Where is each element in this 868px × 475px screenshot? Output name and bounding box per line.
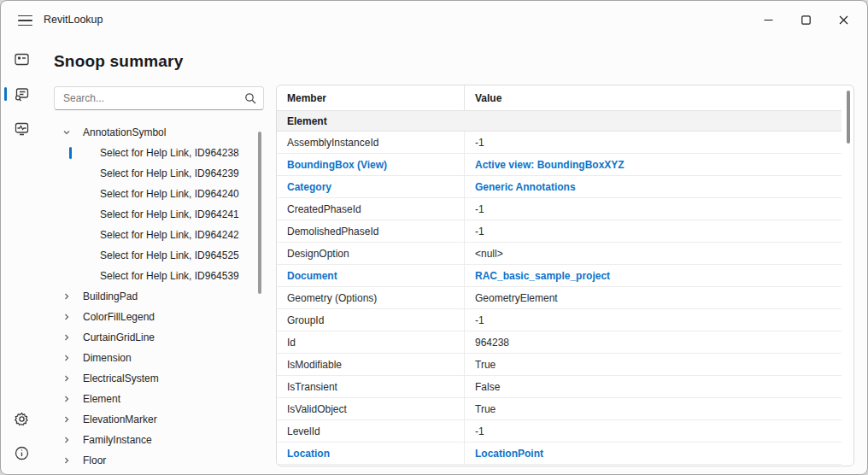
table-row[interactable]: CreatedPhaseId -1 (277, 198, 842, 220)
member-cell: Id (277, 331, 465, 353)
tree-item[interactable]: Select for Help Link, ID964240 (54, 184, 264, 204)
table-row[interactable]: IsTransient False (277, 376, 842, 398)
group-header[interactable]: Element (277, 111, 842, 132)
tree-item[interactable]: Select for Help Link, ID964242 (54, 225, 264, 245)
value-cell: True (465, 354, 842, 375)
chevron-right-icon[interactable] (62, 292, 73, 301)
member-cell: DesignOption (277, 243, 465, 264)
member-cell[interactable]: Document (277, 265, 465, 286)
table-row[interactable]: Location LocationPoint (277, 443, 842, 465)
member-column-header[interactable]: Member (277, 85, 465, 110)
value-cell: -1 (465, 309, 842, 331)
table-row[interactable]: IsValidObject True (277, 398, 842, 420)
close-icon (839, 15, 848, 25)
value-cell: GeometryElement (465, 287, 842, 308)
tree-item[interactable]: Select for Help Link, ID964241 (54, 204, 264, 225)
member-cell: IsValidObject (277, 398, 465, 419)
value-cell: <null> (465, 243, 842, 264)
nav-item-event-monitor[interactable] (1, 111, 42, 145)
chevron-right-icon[interactable] (62, 415, 73, 424)
tree-item[interactable]: FamilyInstance (54, 430, 264, 450)
nav-item-about[interactable] (1, 436, 42, 470)
hamburger-menu-button[interactable] (12, 8, 38, 33)
member-cell: GroupId (277, 309, 465, 331)
member-cell[interactable]: Category (277, 176, 465, 197)
table-row[interactable]: AssemblyInstanceId -1 (277, 132, 842, 154)
value-cell: 964238 (465, 331, 842, 353)
table-row[interactable]: Category Generic Annotations (277, 176, 842, 198)
nav-item-dashboard[interactable] (1, 42, 42, 76)
value-cell: -1 (465, 420, 842, 442)
caption-buttons (749, 1, 862, 38)
nav-item-snoop-summary[interactable] (1, 77, 42, 111)
value-cell: -1 (465, 220, 842, 242)
value-cell[interactable]: Active view: BoundingBoxXYZ (465, 154, 842, 175)
table-row[interactable]: LevelId -1 (277, 420, 842, 443)
nav-rail (1, 38, 42, 474)
value-cell: -1 (465, 198, 842, 220)
active-nav-indicator (4, 87, 7, 101)
tree-item-selected[interactable]: Select for Help Link, ID964238 (54, 143, 264, 163)
value-cell[interactable]: Generic Annotations (465, 176, 842, 197)
nav-item-settings[interactable] (1, 402, 42, 436)
chevron-right-icon[interactable] (62, 333, 73, 342)
tree-item[interactable]: Floor (54, 450, 264, 471)
dashboard-icon (14, 51, 30, 67)
left-panel: AnnotationSymbol Select for Help Link, I… (54, 86, 264, 474)
search-box (54, 86, 264, 110)
value-column-header[interactable]: Value (465, 85, 842, 110)
app-window: RevitLookup (0, 0, 868, 475)
member-cell[interactable]: Location (277, 443, 465, 464)
tree-item[interactable]: Dimension (54, 348, 264, 368)
table-row[interactable]: Id 964238 (277, 331, 842, 354)
chevron-right-icon[interactable] (62, 354, 73, 362)
member-cell: CreatedPhaseId (277, 198, 465, 220)
members-table: Member Value Element AssemblyInstanceId … (276, 85, 854, 466)
chevron-right-icon[interactable] (62, 313, 73, 321)
tree-item[interactable]: Element (54, 389, 264, 409)
tree-item[interactable]: ColorFillLegend (54, 307, 264, 327)
table-row[interactable]: Document RAC_basic_sample_project (277, 265, 842, 287)
value-cell[interactable]: LocationPoint (465, 443, 842, 464)
member-cell: DemolishedPhaseId (277, 220, 465, 242)
maximize-button[interactable] (787, 6, 824, 33)
snoop-tree: AnnotationSymbol Select for Help Link, I… (54, 122, 264, 474)
search-input[interactable] (63, 92, 244, 104)
table-row[interactable]: DesignOption <null> (277, 243, 842, 265)
chevron-right-icon[interactable] (62, 395, 73, 403)
tree-scrollbar-thumb[interactable] (258, 132, 261, 294)
chevron-right-icon[interactable] (62, 436, 73, 444)
value-cell: False (465, 376, 842, 397)
table-row[interactable]: GroupId -1 (277, 309, 842, 331)
member-cell: AssemblyInstanceId (277, 132, 465, 153)
table-row[interactable]: IsModifiable True (277, 354, 842, 376)
minimize-icon (764, 15, 773, 25)
table-scrollbar-thumb[interactable] (847, 91, 850, 144)
table-header: Member Value (277, 85, 842, 111)
chevron-down-icon[interactable] (62, 128, 73, 137)
close-button[interactable] (824, 6, 862, 33)
tree-item[interactable]: BuildingPad (54, 286, 264, 307)
tree-item[interactable]: Select for Help Link, ID964525 (54, 245, 264, 266)
chevron-right-icon[interactable] (62, 374, 73, 383)
tree-item[interactable]: ElevationMarker (54, 409, 264, 430)
settings-gear-icon (14, 411, 30, 427)
titlebar: RevitLookup (1, 1, 867, 38)
app-title: RevitLookup (44, 1, 103, 38)
value-cell[interactable]: RAC_basic_sample_project (465, 265, 842, 286)
selection-indicator (69, 147, 72, 159)
member-cell[interactable]: BoundingBox (View) (277, 154, 465, 175)
minimize-button[interactable] (749, 6, 787, 33)
tree-item[interactable]: Select for Help Link, ID964239 (54, 163, 264, 184)
tree-item[interactable]: Select for Help Link, ID964539 (54, 266, 264, 286)
chevron-right-icon[interactable] (62, 456, 73, 465)
tree-item[interactable]: ElectricalSystem (54, 368, 264, 389)
event-monitor-icon (14, 120, 30, 137)
about-info-icon (14, 445, 30, 461)
tree-item[interactable]: CurtainGridLine (54, 327, 264, 348)
table-row[interactable]: BoundingBox (View) Active view: Bounding… (277, 154, 842, 176)
table-row[interactable]: Geometry (Options) GeometryElement (277, 287, 842, 309)
hamburger-menu-icon (18, 15, 32, 17)
tree-item[interactable]: AnnotationSymbol (54, 122, 264, 143)
table-row[interactable]: DemolishedPhaseId -1 (277, 220, 842, 243)
